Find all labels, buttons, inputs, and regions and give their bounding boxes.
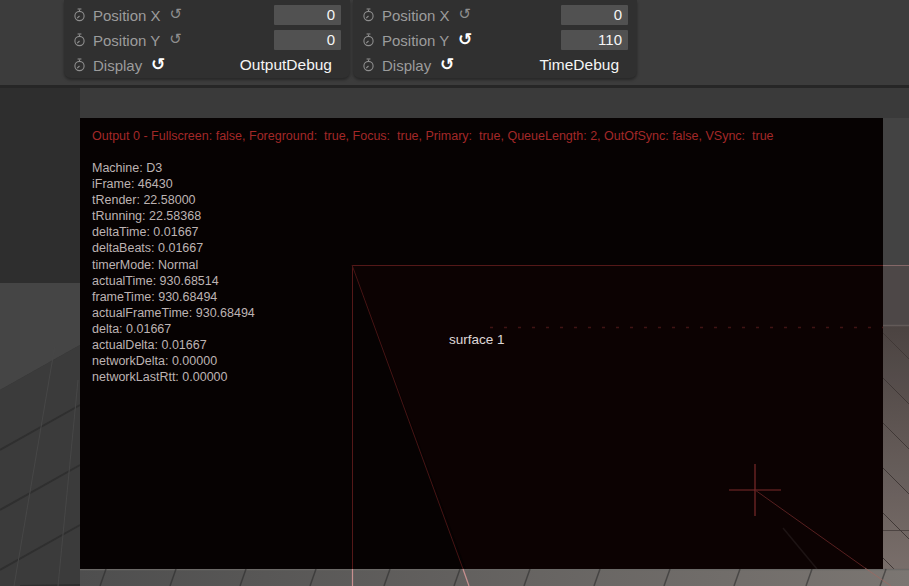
output-status-line: Output 0 - Fullscreen: false, Foreground… [92, 129, 774, 143]
value-field[interactable]: 0 [274, 5, 341, 25]
debug-line: Machine: D3 [92, 160, 255, 176]
debug-line: actualTime: 930.68514 [92, 273, 255, 289]
stopwatch-icon[interactable] [73, 58, 86, 72]
undo-icon[interactable]: ↺ [459, 7, 472, 22]
property-row: Position Y↺110 [362, 28, 628, 52]
debug-line: tRunning: 22.58368 [92, 208, 255, 224]
debug-line: actualDelta: 0.01667 [92, 337, 255, 353]
debug-line: networkDelta: 0.00000 [92, 353, 255, 369]
time-debug-readout: Machine: D3iFrame: 46430tRender: 22.5800… [92, 160, 255, 385]
undo-icon[interactable]: ↺ [458, 31, 472, 48]
undo-icon[interactable]: ↺ [169, 32, 182, 47]
undo-icon[interactable]: ↺ [170, 7, 183, 22]
output-debug-panel: Position X↺0Position Y↺0Display↺OutputDe… [64, 0, 350, 78]
property-label: Position X [382, 7, 450, 24]
debug-line: timerMode: Normal [92, 257, 255, 273]
property-row: Position X↺0 [73, 3, 341, 27]
debug-line: actualFrameTime: 930.68494 [92, 305, 255, 321]
stopwatch-icon[interactable] [362, 8, 375, 22]
stage-viewport[interactable]: Output 0 - Fullscreen: false, Foreground… [0, 88, 909, 586]
display-value[interactable]: OutputDebug [240, 56, 332, 74]
debug-line: iFrame: 46430 [92, 176, 255, 192]
property-row: Position X↺0 [362, 3, 628, 27]
debug-line: deltaTime: 0.01667 [92, 224, 255, 240]
undo-icon[interactable]: ↺ [151, 56, 165, 73]
debug-line: frameTime: 930.68494 [92, 289, 255, 305]
time-debug-panel: Position X↺0Position Y↺110Display↺TimeDe… [353, 0, 637, 78]
property-label: Position Y [93, 32, 160, 49]
property-label: Position X [93, 7, 161, 24]
value-field[interactable]: 0 [561, 5, 628, 25]
value-field[interactable]: 110 [561, 30, 628, 50]
property-row: Display↺TimeDebug [362, 53, 628, 77]
display-value[interactable]: TimeDebug [539, 56, 619, 74]
debug-line: deltaBeats: 0.01667 [92, 240, 255, 256]
property-label: Display [93, 57, 142, 74]
property-row: Display↺OutputDebug [73, 53, 341, 77]
property-label: Display [382, 57, 431, 74]
d3-visualiser-screen: Position X↺0Position Y↺0Display↺OutputDe… [0, 0, 909, 586]
property-row: Position Y↺0 [73, 28, 341, 52]
surface-name-label: surface 1 [449, 332, 505, 347]
stopwatch-icon[interactable] [362, 33, 375, 47]
property-topbar: Position X↺0Position Y↺0Display↺OutputDe… [0, 0, 909, 88]
output-debug-overlay: Output 0 - Fullscreen: false, Foreground… [80, 118, 883, 569]
value-field[interactable]: 0 [274, 30, 341, 50]
property-label: Position Y [382, 32, 449, 49]
debug-line: delta: 0.01667 [92, 321, 255, 337]
debug-line: tRender: 22.58000 [92, 192, 255, 208]
debug-line: networkLastRtt: 0.00000 [92, 369, 255, 385]
stopwatch-icon[interactable] [73, 8, 86, 22]
stopwatch-icon[interactable] [73, 33, 86, 47]
stopwatch-icon[interactable] [362, 58, 375, 72]
undo-icon[interactable]: ↺ [440, 56, 454, 73]
